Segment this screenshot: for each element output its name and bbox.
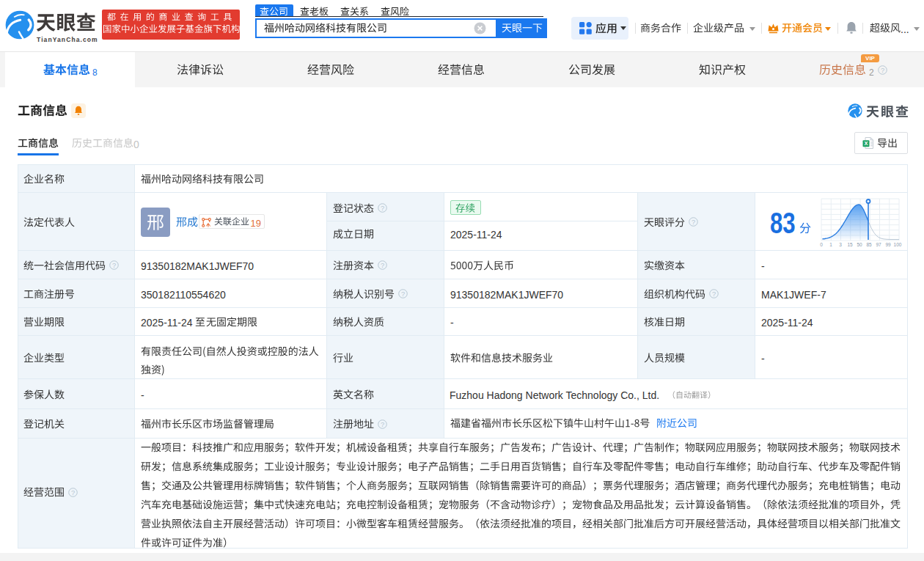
svg-text:97: 97: [876, 242, 881, 247]
svg-text:?: ?: [71, 488, 75, 496]
svg-text:?: ?: [712, 290, 716, 298]
svg-text:?: ?: [112, 262, 116, 269]
svg-text:15: 15: [847, 242, 853, 247]
svg-text:?: ?: [881, 67, 884, 74]
svg-text:?: ?: [381, 420, 384, 428]
svg-text:50: 50: [857, 242, 862, 247]
svg-text:1: 1: [829, 242, 832, 247]
svg-text:100: 100: [894, 242, 902, 247]
svg-text:0: 0: [820, 242, 823, 247]
svg-text:?: ?: [381, 205, 384, 212]
svg-text:X: X: [864, 140, 868, 147]
svg-text:99: 99: [885, 242, 891, 247]
svg-text:?: ?: [381, 262, 384, 269]
svg-text:85: 85: [866, 242, 872, 247]
svg-text:3: 3: [839, 242, 842, 247]
svg-text:?: ?: [692, 219, 695, 226]
svg-text:?: ?: [401, 290, 405, 298]
